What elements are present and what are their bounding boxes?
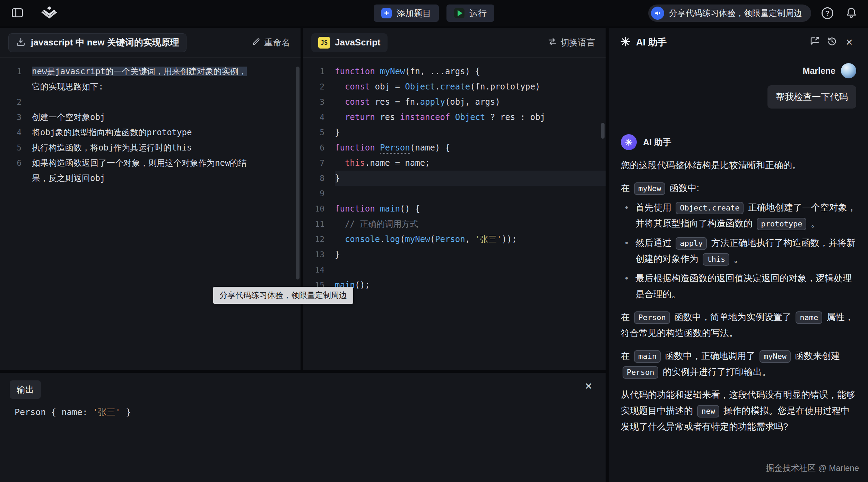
code-scrollbar[interactable]	[601, 123, 605, 139]
problem-line[interactable]: 5执行构造函数，将obj作为其运行时的this	[0, 140, 301, 155]
share-tooltip: 分享代码练习体验，领限量定制周边	[213, 287, 353, 304]
output-panel: 输出 ✕ Person { name: '张三' }	[0, 373, 606, 482]
history-button[interactable]	[824, 35, 840, 50]
ai-panel-title: AI 助手	[636, 36, 667, 49]
play-icon	[454, 8, 465, 18]
code-panel: JS JavaScript 切换语言 1function myNew(fn, .…	[303, 28, 606, 370]
workspace: javascript 中 new 关键词的实现原理 重命名 1new是javas…	[0, 28, 606, 482]
ai-paragraph: 在 main 函数中，正确地调用了 myNew 函数来创建 Person 的实例…	[621, 348, 856, 380]
code-line[interactable]: 8}	[303, 171, 606, 186]
share-promo-banner[interactable]: 分享代码练习体验，领限量定制周边	[648, 5, 811, 22]
code-line[interactable]: 12 console.log(myNew(Person, '张三'));	[303, 232, 606, 247]
add-question-label: 添加题目	[397, 8, 431, 19]
code-line[interactable]: 14	[303, 262, 606, 277]
content-area: javascript 中 new 关键词的实现原理 重命名 1new是javas…	[0, 26, 868, 482]
ai-assistant-name: AI 助手	[643, 137, 671, 148]
ai-paragraph: 您的这段代码整体结构是比较清晰和正确的。	[621, 157, 856, 173]
problem-line[interactable]: 2	[0, 94, 301, 110]
code-line[interactable]: 11 // 正确的调用方式	[303, 216, 606, 232]
add-question-button[interactable]: + 添加题目	[374, 5, 439, 22]
panel-toggle-icon	[11, 7, 24, 19]
switch-language-button[interactable]: 切换语言	[545, 36, 597, 49]
javascript-icon: JS	[318, 37, 330, 49]
swap-icon	[547, 37, 557, 48]
rename-button[interactable]: 重命名	[250, 36, 292, 49]
problem-scrollbar[interactable]	[296, 67, 300, 279]
user-message: 帮我检查一下代码	[767, 85, 856, 109]
ai-paragraph: 在 myNew 函数中:	[621, 180, 856, 196]
download-icon	[16, 37, 26, 49]
close-icon: ✕	[845, 37, 853, 48]
language-tab[interactable]: JS JavaScript	[311, 33, 388, 52]
code-playground-app: + 添加题目 运行 分享代码练习体验，领限量定制周边 ?	[0, 0, 868, 482]
problem-editor[interactable]: 1new是javascript的一个关键词，用来创建对象的实例，它的实现思路如下…	[0, 58, 301, 370]
topbar: + 添加题目 运行 分享代码练习体验，领限量定制周边 ?	[0, 0, 868, 26]
mountain-logo-icon	[40, 5, 59, 21]
language-label: JavaScript	[335, 37, 381, 48]
ai-paragraph: 在 Person 函数中，简单地为实例设置了 name 属性，符合常见的构造函数…	[621, 309, 856, 341]
ai-bullet-item: •最后根据构造函数的返回值决定返回的对象，逻辑处理是合理的。	[621, 270, 856, 302]
code-line[interactable]: 2 const obj = Object.create(fn.prototype…	[303, 79, 606, 94]
help-icon: ?	[822, 7, 833, 19]
ai-spark-icon	[620, 36, 631, 48]
chat-share-icon	[809, 36, 820, 49]
code-line[interactable]: 3 const res = fn.apply(obj, args)	[303, 94, 606, 110]
code-line[interactable]: 7 this.name = name;	[303, 155, 606, 171]
problem-line[interactable]: 4将obj象的原型指向构造函数的prototype	[0, 125, 301, 140]
ai-bullet-item: •首先使用 Object.create 正确地创建了一个空对象，并将其原型指向了…	[621, 199, 856, 231]
run-button[interactable]: 运行	[446, 5, 494, 22]
problem-line[interactable]: 它的实现思路如下:	[0, 79, 301, 94]
code-line[interactable]: 10function main() {	[303, 201, 606, 216]
megaphone-icon	[651, 7, 664, 20]
problem-line[interactable]: 6如果构造函数返回了一个对象，则用这个对象作为new的结	[0, 155, 301, 171]
notifications-button[interactable]	[844, 5, 859, 22]
code-line[interactable]: 5}	[303, 125, 606, 140]
code-panel-header: JS JavaScript 切换语言	[303, 28, 606, 58]
ai-bullet-item: •然后通过 apply 方法正确地执行了构造函数，并将新创建的对象作为 this…	[621, 235, 856, 267]
rename-label: 重命名	[264, 37, 290, 48]
watermark: 掘金技术社区 @ Marlene	[766, 463, 859, 474]
output-content: Person { name: '张三' }	[0, 406, 606, 418]
new-chat-button[interactable]	[807, 35, 822, 50]
code-editor[interactable]: 1function myNew(fn, ...args) {2 const ob…	[303, 58, 606, 370]
code-line[interactable]: 13}	[303, 247, 606, 262]
problem-line[interactable]: 1new是javascript的一个关键词，用来创建对象的实例，	[0, 64, 301, 79]
code-line[interactable]: 6function Person(name) {	[303, 140, 606, 155]
problem-line[interactable]: 3创建一个空对象obj	[0, 110, 301, 125]
close-icon: ✕	[584, 381, 592, 391]
output-close-button[interactable]: ✕	[583, 380, 594, 393]
user-name: Marlene	[803, 66, 835, 76]
bell-icon	[846, 7, 857, 20]
app-logo[interactable]	[37, 3, 61, 23]
problem-panel: javascript 中 new 关键词的实现原理 重命名 1new是javas…	[0, 28, 301, 370]
ai-avatar	[621, 134, 637, 150]
ai-panel-header: AI 助手 ✕	[609, 28, 868, 57]
help-button[interactable]: ?	[819, 5, 835, 21]
problem-title: javascript 中 new 关键词的实现原理	[31, 36, 179, 49]
user-avatar[interactable]	[841, 63, 856, 78]
ai-conversation[interactable]: Marlene 帮我检查一下代码 AI 助手 您的这段代码整体结构是比较清晰和正…	[609, 57, 868, 482]
problem-title-box[interactable]: javascript 中 new 关键词的实现原理	[8, 33, 186, 52]
history-clock-icon	[827, 36, 837, 49]
problem-panel-header: javascript 中 new 关键词的实现原理 重命名	[0, 28, 301, 58]
switch-language-label: 切换语言	[561, 37, 595, 48]
ai-paragraph: 从代码的功能和逻辑来看，这段代码没有明显的错误，能够实现题目中描述的 new 操…	[621, 387, 856, 434]
ai-close-button[interactable]: ✕	[842, 35, 857, 50]
output-label: 输出	[10, 380, 41, 399]
run-label: 运行	[469, 8, 487, 19]
problem-line[interactable]: 果，反之则返回obj	[0, 171, 301, 186]
ai-assistant-panel: AI 助手 ✕	[609, 28, 868, 482]
code-line[interactable]: 9	[303, 186, 606, 201]
sidebar-toggle-button[interactable]	[9, 5, 26, 21]
code-line[interactable]: 1function myNew(fn, ...args) {	[303, 64, 606, 79]
pencil-icon	[252, 37, 261, 48]
code-line[interactable]: 4 return res instanceof Object ? res : o…	[303, 110, 606, 125]
plus-icon: +	[381, 8, 392, 18]
ai-response: 您的这段代码整体结构是比较清晰和正确的。在 myNew 函数中:•首先使用 Ob…	[621, 157, 856, 434]
promo-text: 分享代码练习体验，领限量定制周边	[669, 8, 802, 19]
